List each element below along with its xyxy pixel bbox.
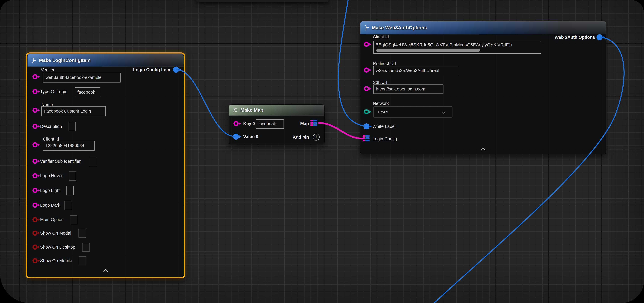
field-label: Logo Light: [40, 188, 60, 193]
node-title: Make Web3AuthOptions: [372, 25, 427, 30]
main-option-checkbox[interactable]: [70, 216, 78, 224]
wire-map-to-login-config[interactable]: [319, 123, 363, 138]
logo-hover-pin[interactable]: [32, 173, 38, 178]
pin-label: Login Config: [372, 136, 397, 142]
show-on-desktop-checkbox[interactable]: [82, 243, 90, 252]
field-label: Type Of Login: [40, 89, 67, 94]
redirect-url-input[interactable]: w3a://com.w3a.Web3AuthUnreal: [374, 66, 459, 75]
chevron-up-icon[interactable]: [104, 269, 108, 272]
main-option-pin[interactable]: [32, 217, 38, 222]
logo-hover-input[interactable]: [69, 171, 76, 180]
field-label: Main Option: [40, 217, 64, 222]
show-on-desktop-pin[interactable]: [32, 244, 38, 250]
description-input[interactable]: [68, 122, 76, 131]
chevron-up-icon[interactable]: [481, 147, 486, 151]
value0-pin[interactable]: [233, 134, 239, 140]
output-pin-label: Web 3Auth Options: [554, 35, 595, 40]
show-on-modal-checkbox[interactable]: [78, 229, 86, 238]
logo-light-input[interactable]: [66, 186, 74, 195]
field-label: Verifier Sub Identifier: [40, 159, 80, 164]
horizontal-scrollbar[interactable]: [376, 49, 480, 52]
sdk-url-pin[interactable]: [364, 86, 369, 91]
pin-label: Value 0: [243, 134, 258, 139]
field-label: Client Id: [373, 34, 389, 40]
name-input[interactable]: Facebook Custom Login: [41, 106, 106, 116]
pin-label: Map: [300, 121, 309, 126]
make-struct-icon: [363, 25, 369, 30]
white-label-pin[interactable]: [364, 124, 370, 130]
login-config-item-output-pin[interactable]: [173, 67, 179, 73]
field-label: Sdk Url: [373, 80, 387, 85]
pin-label: Key 0: [243, 121, 255, 126]
key0-input[interactable]: facebook: [256, 119, 284, 129]
node-header[interactable]: Make Map: [229, 105, 324, 116]
name-pin[interactable]: [32, 108, 38, 113]
logo-dark-pin[interactable]: [32, 202, 38, 208]
verifier-sub-identifier-input[interactable]: [90, 157, 97, 166]
logo-dark-input[interactable]: [64, 201, 72, 210]
field-label: Show On Mobile: [40, 258, 72, 263]
redirect-url-pin[interactable]: [364, 68, 369, 72]
node-make-web3auth-options[interactable]: Make Web3AuthOptions Web 3Auth Options C…: [360, 21, 606, 154]
network-selected-value: CYAN: [378, 110, 388, 114]
type-of-login-pin[interactable]: [32, 89, 38, 94]
map-output-pin[interactable]: [310, 120, 317, 126]
make-struct-icon: [30, 58, 36, 63]
pin-label: White Label: [372, 124, 396, 129]
show-on-modal-pin[interactable]: [32, 230, 38, 236]
node-header[interactable]: Make Web3AuthOptions: [360, 21, 606, 34]
field-label: Network: [373, 101, 389, 106]
login-config-pin[interactable]: [362, 135, 370, 141]
chevron-down-icon: [442, 110, 446, 113]
type-of-login-input[interactable]: facebook: [75, 87, 100, 97]
node-title: Make LoginConfigItem: [39, 58, 90, 63]
offscreen-node-edge: [196, 0, 328, 2]
blueprint-graph-canvas[interactable]: Make LoginConfigItem Login Config Item V…: [0, 0, 644, 303]
network-pin[interactable]: [364, 109, 369, 114]
client-id-pin[interactable]: [364, 42, 369, 47]
field-label: Verifier: [41, 67, 54, 72]
node-make-login-config-item[interactable]: Make LoginConfigItem Login Config Item V…: [26, 52, 185, 278]
web3auth-options-output-pin[interactable]: [596, 34, 602, 40]
field-label: Show On Desktop: [40, 244, 75, 250]
verifier-pin[interactable]: [32, 74, 38, 79]
node-make-map[interactable]: Make Map Key 0 facebook Map Value 0 Add …: [229, 104, 324, 144]
output-pin-label: Login Config Item: [133, 67, 170, 72]
show-on-mobile-checkbox[interactable]: [79, 256, 86, 265]
make-map-icon: [232, 108, 238, 112]
node-title: Make Map: [240, 107, 263, 113]
network-dropdown[interactable]: CYAN: [374, 106, 452, 118]
verifier-input[interactable]: web3auth-facebook-example: [43, 72, 121, 82]
verifier-sub-identifier-pin[interactable]: [32, 159, 38, 164]
client-id-text: BEglQSgt4cUWcj6SKRdu5QkOXTsePmMcusG5EAoy…: [374, 41, 541, 48]
add-pin-button[interactable]: Add pin: [293, 134, 309, 140]
field-label: Show On Modal: [40, 230, 71, 236]
logo-light-pin[interactable]: [32, 188, 38, 193]
client-id-pin[interactable]: [32, 142, 38, 147]
client-id-input[interactable]: BEglQSgt4cUWcj6SKRdu5QkOXTsePmMcusG5EAoy…: [374, 40, 541, 54]
field-label: Description: [40, 124, 62, 129]
field-label: Logo Hover: [40, 173, 63, 178]
sdk-url-input[interactable]: https://sdk.openlogin.com: [374, 84, 444, 94]
field-label: Redirect Url: [373, 61, 396, 66]
client-id-input[interactable]: 1222658941886084: [43, 141, 95, 150]
description-pin[interactable]: [32, 124, 38, 129]
show-on-mobile-pin[interactable]: [32, 258, 38, 263]
add-pin-plus-icon[interactable]: +: [313, 134, 320, 140]
key0-pin[interactable]: [234, 121, 238, 126]
field-label: Logo Dark: [40, 202, 60, 208]
node-header[interactable]: Make LoginConfigItem: [28, 54, 184, 67]
